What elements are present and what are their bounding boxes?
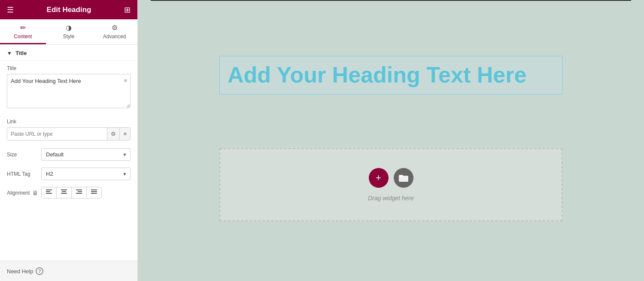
svg-rect-12: [91, 189, 97, 190]
monitor-icon: 🖥: [32, 189, 38, 196]
html-tag-select[interactable]: H1 H2 H3 H4 H5 H6 div span p: [41, 168, 131, 180]
html-tag-label: HTML Tag: [7, 171, 41, 177]
tab-advanced[interactable]: ⚙ Advanced: [91, 19, 137, 44]
heading-text: Add Your Heading Text Here: [228, 62, 554, 88]
align-right-button[interactable]: [72, 187, 87, 198]
alignment-buttons: [41, 187, 102, 199]
align-center-button[interactable]: [57, 187, 72, 198]
size-row: Size Default Small Medium Large XL XXL ▼: [0, 145, 137, 164]
empty-widget-zone: + Drag widget here: [219, 148, 562, 221]
grid-icon[interactable]: ⊞: [124, 5, 131, 15]
panel-body: ▼ Title Title Add Your Heading Text Here…: [0, 45, 137, 281]
section-collapse-icon: ▼: [7, 50, 12, 56]
section-title-label: Title: [15, 50, 27, 56]
top-line: [151, 0, 631, 1]
widget-actions: +: [369, 168, 413, 188]
svg-rect-1: [46, 191, 50, 192]
left-panel: ☰ Edit Heading ⊞ ✏ Content ◑ Style ⚙ Adv…: [0, 0, 138, 281]
svg-rect-17: [399, 175, 403, 177]
title-field-row: Title Add Your Heading Text Here ≡: [0, 61, 137, 114]
section-title-header[interactable]: ▼ Title: [0, 45, 137, 61]
title-icon[interactable]: ≡: [124, 77, 127, 84]
svg-rect-5: [62, 191, 66, 192]
tab-advanced-label: Advanced: [103, 34, 126, 40]
svg-rect-0: [46, 189, 52, 190]
html-tag-row: HTML Tag H1 H2 H3 H4 H5 H6 div span p ▼: [0, 164, 137, 183]
svg-rect-8: [76, 189, 82, 190]
gear-icon: ⚙: [112, 24, 118, 32]
svg-rect-13: [91, 191, 97, 192]
tab-content[interactable]: ✏ Content: [0, 19, 46, 44]
link-input[interactable]: [7, 128, 107, 140]
tabs: ✏ Content ◑ Style ⚙ Advanced: [0, 19, 137, 45]
title-textarea[interactable]: Add Your Heading Text Here: [7, 74, 131, 108]
link-settings-button[interactable]: ⚙: [107, 128, 119, 140]
html-tag-select-wrapper: H1 H2 H3 H4 H5 H6 div span p ▼: [41, 168, 131, 180]
svg-rect-9: [78, 191, 82, 192]
size-select-wrapper: Default Small Medium Large XL XXL ▼: [41, 148, 131, 161]
drag-text: Drag widget here: [368, 195, 414, 202]
circle-half-icon: ◑: [66, 24, 72, 32]
canvas: ‹ Add Your Heading Text Here + Drag widg…: [138, 0, 644, 281]
align-left-button[interactable]: [42, 187, 57, 198]
link-label: Link: [7, 119, 131, 125]
svg-rect-2: [46, 193, 52, 194]
align-justify-button[interactable]: [87, 187, 101, 198]
help-icon: ?: [36, 267, 43, 275]
hamburger-icon[interactable]: ☰: [7, 5, 14, 15]
panel-header: ☰ Edit Heading ⊞: [0, 0, 137, 19]
tab-content-label: Content: [14, 34, 32, 40]
link-input-wrapper: ⚙ ≡: [7, 127, 131, 140]
alignment-label: Alignment 🖥: [7, 189, 41, 196]
size-select[interactable]: Default Small Medium Large XL XXL: [41, 148, 131, 161]
need-help[interactable]: Need Help ?: [0, 261, 137, 281]
panel-title: Edit Heading: [47, 6, 91, 14]
tab-style-label: Style: [63, 34, 75, 40]
tab-style[interactable]: ◑ Style: [46, 19, 92, 44]
link-dynamic-button[interactable]: ≡: [119, 128, 130, 140]
svg-rect-6: [61, 193, 67, 194]
svg-rect-10: [76, 193, 82, 194]
title-textarea-wrapper: Add Your Heading Text Here ≡: [7, 74, 131, 110]
link-field-row: Link ⚙ ≡: [0, 114, 137, 145]
need-help-label: Need Help: [7, 268, 33, 275]
svg-rect-4: [61, 189, 67, 190]
alignment-row: Alignment 🖥: [0, 183, 137, 202]
title-label: Title: [7, 65, 131, 71]
pencil-icon: ✏: [20, 24, 26, 32]
heading-widget[interactable]: Add Your Heading Text Here: [219, 56, 562, 95]
folder-widget-button[interactable]: [394, 168, 413, 188]
add-widget-button[interactable]: +: [369, 168, 389, 188]
svg-rect-14: [91, 193, 97, 194]
size-label: Size: [7, 152, 41, 158]
